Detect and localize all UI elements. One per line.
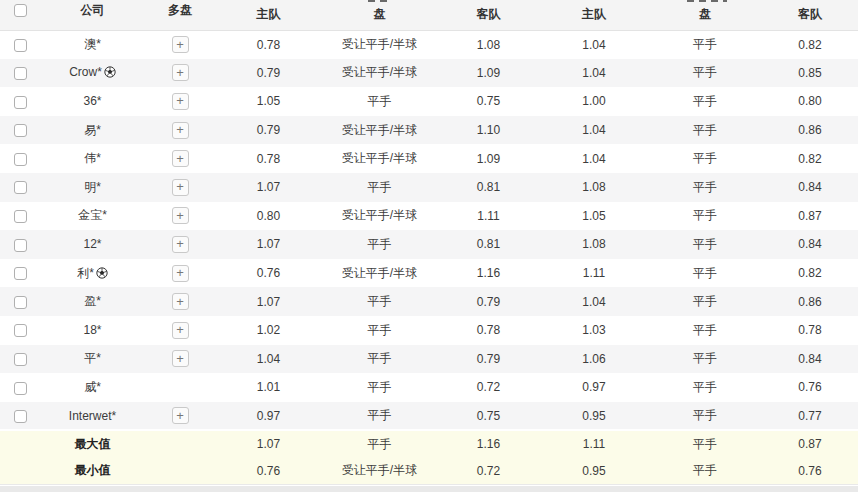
handicap-live: 受让平手/半球 xyxy=(322,202,437,231)
odds-home-live: 0.79 xyxy=(215,116,322,145)
odds-away-initial: 0.77 xyxy=(762,402,858,431)
company-name[interactable]: 18* xyxy=(83,323,101,337)
odds-home-initial: 1.03 xyxy=(540,316,648,345)
odds-away-initial: 0.82 xyxy=(762,30,858,59)
row-checkbox[interactable] xyxy=(14,353,27,366)
handicap-live: 受让平手/半球 xyxy=(322,59,437,88)
odds-home-initial: 1.05 xyxy=(540,202,648,231)
expand-odds-button[interactable]: + xyxy=(172,236,189,253)
row-checkbox[interactable] xyxy=(14,382,27,395)
handicap-initial: 平手 xyxy=(648,230,762,259)
row-checkbox[interactable] xyxy=(14,67,27,80)
company-name[interactable]: Interwet* xyxy=(69,409,116,423)
odds-home-initial: 1.04 xyxy=(540,287,648,316)
company-name[interactable]: 利* xyxy=(77,266,94,280)
expand-odds-button[interactable]: + xyxy=(172,179,189,196)
table-row: 18* + 1.02 平手 0.78 1.03 平手 0.78 xyxy=(0,316,858,345)
handicap-initial: 平手 xyxy=(648,316,762,345)
row-checkbox[interactable] xyxy=(14,96,27,109)
row-checkbox[interactable] xyxy=(14,410,27,423)
row-checkbox[interactable] xyxy=(14,296,27,309)
odds-away-initial: 0.76 xyxy=(762,373,858,402)
odds-home-initial: 1.08 xyxy=(540,173,648,202)
row-checkbox[interactable] xyxy=(14,181,27,194)
table-row: 伟* + 0.78 受让平手/半球 1.09 1.04 平手 0.82 xyxy=(0,144,858,173)
table-row: Interwet* + 0.97 平手 0.75 0.95 平手 0.77 xyxy=(0,402,858,431)
expand-odds-button[interactable]: + xyxy=(172,407,189,424)
column-header-multi: 多盘 xyxy=(145,0,215,30)
column-header-home-2: 主队 xyxy=(540,0,648,30)
company-name[interactable]: 平* xyxy=(84,351,101,365)
row-checkbox[interactable] xyxy=(14,153,27,166)
select-all-checkbox[interactable] xyxy=(14,4,27,17)
odds-away-live: 0.75 xyxy=(437,402,540,431)
handicap-initial: 平手 xyxy=(648,202,762,231)
handicap-initial: 平手 xyxy=(648,144,762,173)
expand-odds-button[interactable]: + xyxy=(172,350,189,367)
handicap-live: 平手 xyxy=(322,173,437,202)
odds-away-initial: 0.86 xyxy=(762,287,858,316)
company-name[interactable]: 伟* xyxy=(84,151,101,165)
table-row: 12* + 1.07 平手 0.81 1.08 平手 0.84 xyxy=(0,230,858,259)
odds-home-live: 1.02 xyxy=(215,316,322,345)
expand-odds-button[interactable]: + xyxy=(172,93,189,110)
row-checkbox[interactable] xyxy=(14,239,27,252)
summary-home-live: 1.07 xyxy=(215,430,322,457)
odds-home-live: 0.80 xyxy=(215,202,322,231)
company-name[interactable]: 威* xyxy=(84,380,101,394)
odds-away-initial: 0.87 xyxy=(762,202,858,231)
company-name[interactable]: 盈* xyxy=(84,294,101,308)
row-checkbox[interactable] xyxy=(14,210,27,223)
row-checkbox[interactable] xyxy=(14,39,27,52)
summary-handicap-initial: 平手 xyxy=(648,457,762,484)
handicap-live: 受让平手/半球 xyxy=(322,30,437,59)
row-checkbox[interactable] xyxy=(14,124,27,137)
expand-odds-button[interactable]: + xyxy=(172,36,189,53)
expand-odds-button[interactable]: + xyxy=(172,64,189,81)
expand-odds-button[interactable]: + xyxy=(172,265,189,282)
table-row: 易* + 0.79 受让平手/半球 1.10 1.04 平手 0.86 xyxy=(0,116,858,145)
odds-away-initial: 0.85 xyxy=(762,59,858,88)
summary-away-initial: 0.76 xyxy=(762,457,858,484)
odds-away-live: 1.08 xyxy=(437,30,540,59)
handicap-initial: 平手 xyxy=(648,345,762,374)
table-row: 威* 1.01 平手 0.72 0.97 平手 0.76 xyxy=(0,373,858,402)
table-row: 澳* + 0.78 受让平手/半球 1.08 1.04 平手 0.82 xyxy=(0,30,858,59)
company-name[interactable]: 36* xyxy=(83,94,101,108)
summary-label: 最小值 xyxy=(75,463,111,477)
page-background-strip xyxy=(0,485,858,492)
odds-away-live: 1.09 xyxy=(437,144,540,173)
odds-home-initial: 0.95 xyxy=(540,402,648,431)
company-name[interactable]: 金宝* xyxy=(78,208,107,222)
expand-odds-button[interactable]: + xyxy=(172,150,189,167)
expand-odds-button[interactable]: + xyxy=(172,322,189,339)
odds-away-initial: 0.84 xyxy=(762,345,858,374)
company-name[interactable]: 12* xyxy=(83,237,101,251)
handicap-initial: 平手 xyxy=(648,287,762,316)
odds-home-live: 1.07 xyxy=(215,173,322,202)
odds-home-live: 1.07 xyxy=(215,287,322,316)
table-row: 利* + 0.76 受让平手/半球 1.16 1.11 平手 0.82 xyxy=(0,259,858,288)
odds-away-live: 0.78 xyxy=(437,316,540,345)
company-name[interactable]: 澳* xyxy=(84,37,101,51)
odds-away-live: 1.16 xyxy=(437,259,540,288)
handicap-live: 受让平手/半球 xyxy=(322,259,437,288)
odds-away-initial: 0.84 xyxy=(762,173,858,202)
odds-away-initial: 0.84 xyxy=(762,230,858,259)
odds-home-initial: 1.04 xyxy=(540,59,648,88)
table-row: Crow* + 0.79 受让平手/半球 1.09 1.04 平手 0.85 xyxy=(0,59,858,88)
column-header-handicap-1: 盘 xyxy=(322,0,437,30)
row-checkbox[interactable] xyxy=(14,324,27,337)
expand-odds-button[interactable]: + xyxy=(172,293,189,310)
company-name[interactable]: 易* xyxy=(84,123,101,137)
expand-odds-button[interactable]: + xyxy=(172,207,189,224)
odds-home-live: 0.76 xyxy=(215,259,322,288)
odds-away-live: 0.75 xyxy=(437,87,540,116)
summary-row: 最小值 0.76 受让平手/半球 0.72 0.95 平手 0.76 xyxy=(0,457,858,484)
company-name[interactable]: Crow* xyxy=(69,65,102,79)
row-checkbox[interactable] xyxy=(14,267,27,280)
handicap-live: 平手 xyxy=(322,316,437,345)
expand-odds-button[interactable]: + xyxy=(172,122,189,139)
odds-home-live: 0.97 xyxy=(215,402,322,431)
company-name[interactable]: 明* xyxy=(84,180,101,194)
